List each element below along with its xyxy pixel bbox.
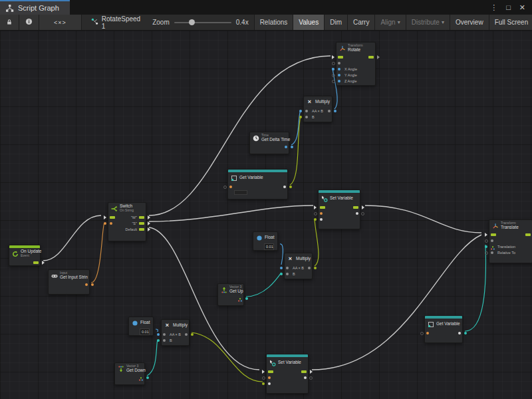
flow-out-port[interactable] bbox=[139, 222, 144, 225]
set-variable-mid-node[interactable]: Set Variable bbox=[318, 190, 360, 229]
wire-getvarbot-to-translate[interactable] bbox=[465, 245, 485, 331]
close-icon[interactable]: ✕ bbox=[519, 4, 525, 11]
value-in-port[interactable] bbox=[491, 245, 495, 249]
wire-getup-to-multiply[interactable] bbox=[246, 273, 281, 297]
set-variable-bot-node[interactable]: Set Variable bbox=[266, 354, 309, 394]
value-in-port[interactable] bbox=[320, 212, 323, 215]
value-in-port[interactable] bbox=[320, 218, 323, 221]
multiply-mid-titles: Multiply bbox=[296, 257, 311, 261]
tab-script-graph[interactable]: Script Graph bbox=[0, 0, 70, 15]
flow-out-port[interactable] bbox=[353, 206, 358, 209]
float-bot-node[interactable]: Float0.01 bbox=[128, 317, 154, 336]
flow-in-port[interactable] bbox=[110, 216, 115, 219]
values-button[interactable]: Values bbox=[293, 15, 324, 30]
flow-in-port[interactable] bbox=[491, 233, 496, 236]
flow-out-port[interactable] bbox=[368, 56, 374, 59]
flow-out-port[interactable] bbox=[33, 261, 39, 264]
distribute-button[interactable]: Distribute▾ bbox=[406, 15, 450, 30]
value-out-port[interactable] bbox=[328, 110, 331, 112]
value-out-port[interactable] bbox=[285, 146, 287, 148]
get-input-string-node[interactable]: InputGet Input Strin bbox=[48, 269, 90, 295]
flow-out-port[interactable] bbox=[139, 216, 144, 219]
value-in-port[interactable] bbox=[338, 80, 340, 82]
get-delta-time-node[interactable]: TimeGet Delta Time bbox=[249, 132, 289, 154]
value-out-port[interactable] bbox=[304, 376, 307, 379]
multiply-top-ports: AA × BB bbox=[304, 107, 332, 122]
info-button[interactable] bbox=[19, 15, 39, 30]
get-down-node[interactable]: Vector 3Get Down bbox=[114, 362, 145, 385]
value-out-port[interactable] bbox=[458, 332, 461, 334]
value-in-port[interactable] bbox=[338, 62, 340, 65]
maximize-icon[interactable]: □ bbox=[506, 4, 511, 11]
value-out-port[interactable] bbox=[308, 267, 311, 269]
on-update-node[interactable]: On UpdateEvent bbox=[9, 245, 41, 266]
value-in-port[interactable] bbox=[305, 116, 308, 118]
wire-getdown-to-multiply[interactable] bbox=[147, 340, 158, 376]
wire-floatbot-to-multiply[interactable] bbox=[156, 329, 158, 332]
wire-getinput-to-switch[interactable] bbox=[91, 223, 104, 283]
flow-out-port[interactable] bbox=[139, 228, 144, 231]
wire-onupdate-to-switch[interactable] bbox=[43, 215, 101, 261]
wire-setvarmid-to-translate[interactable] bbox=[365, 205, 481, 233]
value-in-port[interactable] bbox=[229, 186, 232, 188]
float-mid-node[interactable]: Float0.01 bbox=[253, 231, 278, 251]
wire-multiplybot-to-setvar[interactable] bbox=[192, 332, 263, 382]
value-out-port[interactable] bbox=[283, 186, 286, 188]
carry-button[interactable]: Carry bbox=[347, 15, 374, 30]
translate-node[interactable]: TransformTranslateTranslationRelative To bbox=[489, 219, 532, 263]
float-mid-value-field[interactable]: 0.01 bbox=[264, 243, 274, 250]
edit-code-button[interactable]: <×> bbox=[39, 15, 82, 30]
value-in-port[interactable] bbox=[110, 222, 112, 225]
switch-node[interactable]: SwitchOn String"W""S"Default bbox=[108, 202, 146, 241]
lock-button[interactable] bbox=[0, 15, 19, 30]
transform-icon bbox=[491, 222, 499, 229]
value-in-port[interactable] bbox=[163, 339, 166, 342]
value-in-port[interactable] bbox=[338, 68, 340, 70]
full-screen-button[interactable]: Full Screen bbox=[489, 15, 532, 30]
kebab-menu-icon[interactable]: ⋮ bbox=[490, 4, 497, 11]
value-out-port[interactable] bbox=[185, 333, 188, 336]
value-out-port[interactable] bbox=[139, 376, 143, 380]
value-out-port[interactable] bbox=[356, 212, 358, 215]
value-in-port[interactable] bbox=[286, 273, 289, 275]
value-in-port[interactable] bbox=[305, 110, 308, 112]
rotate-node[interactable]: TransformRotateX AngleY AngleZ Angle bbox=[336, 42, 376, 86]
value-in-port[interactable] bbox=[426, 332, 429, 334]
relations-button[interactable]: Relations bbox=[254, 15, 293, 30]
value-in-port[interactable] bbox=[163, 333, 166, 336]
get-delta-time-title: Get Delta Time bbox=[261, 138, 290, 142]
multiply-mid-node[interactable]: ×MultiplyAA × BB bbox=[284, 253, 313, 279]
dim-button[interactable]: Dim bbox=[324, 15, 347, 30]
wire-setvarbot-to-translate[interactable] bbox=[312, 235, 481, 370]
value-in-port[interactable] bbox=[268, 376, 271, 379]
value-out-port[interactable] bbox=[238, 297, 242, 301]
graph-canvas[interactable]: On UpdateEventInputGet Input StrinSwitch… bbox=[0, 31, 532, 399]
wire-floatmid-to-multiply[interactable] bbox=[280, 244, 283, 265]
value-in-port[interactable] bbox=[268, 382, 271, 385]
zoom-slider[interactable] bbox=[174, 22, 231, 23]
overview-button[interactable]: Overview bbox=[450, 15, 489, 30]
get-up-node[interactable]: Vector 3Get Up bbox=[217, 283, 244, 306]
zoom-slider-thumb[interactable] bbox=[189, 19, 195, 25]
multiply-top-node[interactable]: ×MultiplyAA × BB bbox=[303, 96, 332, 122]
variable-name-chip[interactable] bbox=[234, 190, 247, 195]
graph-breadcrumb[interactable]: RotateSpeed 1 bbox=[82, 15, 147, 30]
flow-out-port[interactable] bbox=[301, 370, 307, 373]
get-variable-top-node[interactable]: Get Variable bbox=[227, 169, 288, 200]
value-in-port[interactable] bbox=[491, 251, 493, 254]
value-in-port[interactable] bbox=[338, 74, 340, 76]
flow-in-port[interactable] bbox=[268, 370, 273, 373]
multiply-bot-node[interactable]: ×MultiplyAA × BB bbox=[161, 319, 190, 346]
get-variable-bot-node[interactable]: Get Variable bbox=[424, 315, 463, 343]
float-bot-value-field[interactable]: 0.01 bbox=[140, 329, 150, 335]
value-in-port[interactable] bbox=[286, 267, 289, 269]
value-out-port[interactable] bbox=[85, 283, 88, 286]
wire-endpoint bbox=[104, 222, 106, 225]
wire-getvartop-to-multiply[interactable] bbox=[290, 116, 301, 185]
flow-in-port[interactable] bbox=[320, 206, 325, 209]
value-in-port[interactable] bbox=[491, 239, 493, 242]
multiply-bot-ports: AA × BB bbox=[162, 331, 189, 345]
flow-out-port[interactable] bbox=[525, 233, 531, 236]
flow-in-port[interactable] bbox=[338, 56, 343, 59]
align-button[interactable]: Align▾ bbox=[374, 15, 405, 30]
